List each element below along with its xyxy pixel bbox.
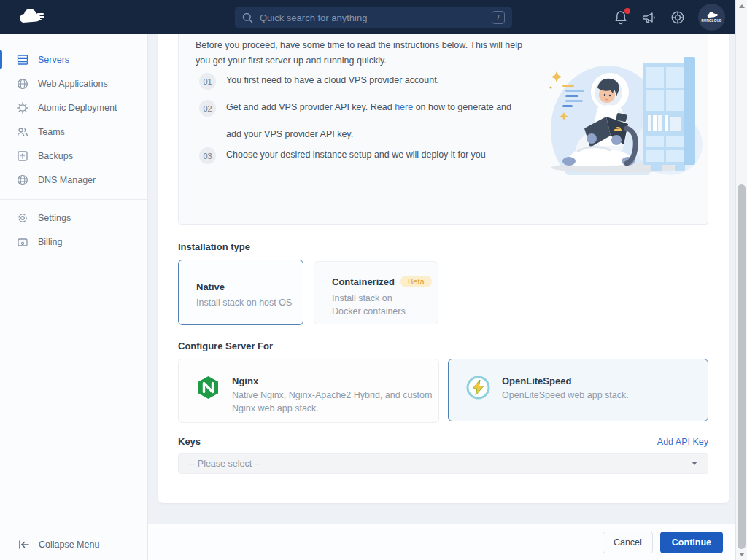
scrollbar bbox=[735, 0, 747, 560]
server-stack-icon bbox=[16, 53, 28, 66]
user-avatar[interactable]: RUNCLOUD bbox=[698, 4, 725, 31]
stack-title: Nginx bbox=[232, 376, 451, 386]
here-link[interactable]: here bbox=[395, 102, 413, 112]
option-title: Containerized bbox=[332, 276, 395, 287]
nginx-icon bbox=[196, 376, 220, 400]
stack-option-nginx[interactable]: Nginx Native Nginx, Nginx-Apache2 Hybrid… bbox=[178, 359, 439, 423]
footer-bar: Cancel Continue bbox=[148, 524, 735, 560]
gear-icon bbox=[16, 211, 28, 224]
backup-box-icon bbox=[16, 149, 28, 162]
stack-option-openlitespeed[interactable]: OpenLiteSpeed OpenLiteSpeed web app stac… bbox=[448, 359, 708, 421]
scroll-up-icon bbox=[739, 4, 745, 8]
stack-description: OpenLiteSpeed web app stack. bbox=[502, 389, 629, 402]
step-number-badge: 03 bbox=[199, 147, 216, 164]
step-text-2: Get and add VPS provider API key. Read h… bbox=[226, 94, 527, 148]
cancel-button[interactable]: Cancel bbox=[603, 532, 653, 553]
api-key-select[interactable]: -- Please select -- bbox=[178, 453, 708, 474]
continue-button[interactable]: Continue bbox=[660, 532, 723, 553]
stack-title: OpenLiteSpeed bbox=[502, 376, 629, 386]
step-2-before: Get and add VPS provider API key. Read bbox=[226, 102, 395, 112]
shortcut-key-badge: / bbox=[492, 11, 505, 24]
installation-type-label: Installation type bbox=[178, 241, 250, 252]
announcements-button[interactable] bbox=[641, 9, 657, 26]
scroll-up-button[interactable] bbox=[736, 0, 747, 12]
sidebar-item-label: Servers bbox=[38, 55, 69, 65]
scroll-down-icon bbox=[739, 553, 745, 556]
option-title: Native bbox=[196, 281, 303, 292]
atom-icon bbox=[16, 101, 28, 114]
sidebar-item-dns-manager[interactable]: DNS Manager bbox=[0, 168, 148, 192]
option-description: Install stack on host OS bbox=[196, 296, 303, 309]
sidebar-item-label: Settings bbox=[38, 213, 71, 223]
sidebar-item-label: Atomic Deployment bbox=[38, 103, 117, 113]
sidebar-item-servers[interactable]: Servers bbox=[0, 47, 148, 71]
step-text-1: You first need to have a cloud VPS provi… bbox=[226, 67, 527, 94]
collapse-arrow-icon bbox=[18, 540, 30, 550]
wallet-icon bbox=[16, 236, 28, 248]
scrollbar-thumb[interactable] bbox=[738, 184, 746, 549]
collapse-menu-button[interactable]: Collapse Menu bbox=[18, 540, 99, 550]
megaphone-icon bbox=[642, 11, 657, 24]
topbar: / RUNCLOUD bbox=[0, 0, 747, 34]
search-input[interactable] bbox=[260, 12, 492, 23]
avatar-label: RUNCLOUD bbox=[701, 19, 721, 23]
sidebar-item-atomic-deployment[interactable]: Atomic Deployment bbox=[0, 96, 148, 120]
lifebuoy-icon bbox=[670, 10, 685, 25]
sidebar-item-backups[interactable]: Backups bbox=[0, 144, 148, 168]
sidebar-item-teams[interactable]: Teams bbox=[0, 120, 148, 144]
sidebar-divider bbox=[0, 199, 148, 200]
step-number-badge: 02 bbox=[199, 100, 216, 117]
option-description: Install stack on Docker containers bbox=[332, 292, 422, 318]
step-text-3: Choose your desired instance setup and w… bbox=[226, 141, 527, 168]
sidebar: Servers Web Applications Atomic Deployme… bbox=[0, 34, 148, 560]
global-search: / bbox=[235, 7, 512, 28]
step-number-badge: 01 bbox=[199, 73, 216, 90]
notification-dot bbox=[624, 8, 630, 14]
sidebar-item-label: Teams bbox=[38, 127, 65, 137]
sidebar-item-label: Billing bbox=[38, 237, 62, 247]
beta-badge: Beta bbox=[400, 276, 432, 287]
instructions-intro: Before you proceed, have some time to re… bbox=[196, 38, 522, 69]
search-icon bbox=[242, 12, 253, 23]
globe-icon bbox=[16, 77, 28, 90]
sidebar-item-settings[interactable]: Settings bbox=[0, 206, 148, 230]
dns-globe-icon bbox=[16, 174, 28, 186]
avatar-cloud-icon bbox=[706, 12, 718, 18]
installation-option-native[interactable]: Native Install stack on host OS bbox=[178, 260, 303, 325]
installation-option-containerized[interactable]: ContainerizedBeta Install stack on Docke… bbox=[314, 261, 438, 324]
configure-server-label: Configure Server For bbox=[178, 341, 273, 351]
help-button[interactable] bbox=[670, 9, 686, 26]
sidebar-item-web-applications[interactable]: Web Applications bbox=[0, 71, 148, 96]
sidebar-item-billing[interactable]: Billing bbox=[0, 230, 148, 254]
sidebar-item-label: DNS Manager bbox=[38, 175, 96, 185]
keys-label: Keys bbox=[178, 436, 201, 447]
openlitespeed-icon bbox=[466, 376, 490, 400]
active-indicator bbox=[0, 50, 2, 69]
astronaut-illustration bbox=[535, 42, 704, 175]
people-icon bbox=[16, 125, 28, 138]
notifications-button[interactable] bbox=[613, 9, 629, 26]
runcloud-logo-icon[interactable] bbox=[18, 8, 47, 27]
collapse-menu-label: Collapse Menu bbox=[39, 540, 99, 550]
stack-description: Native Nginx, Nginx-Apache2 Hybrid, and … bbox=[232, 389, 451, 415]
sidebar-item-label: Web Applications bbox=[38, 79, 108, 89]
scroll-down-button[interactable] bbox=[736, 548, 747, 560]
app-window: / RUNCLOUD Servers bbox=[0, 0, 747, 560]
sidebar-item-label: Backups bbox=[38, 151, 73, 161]
select-value: -- Please select -- bbox=[189, 459, 260, 469]
chevron-down-icon bbox=[692, 462, 697, 465]
add-api-key-link[interactable]: Add API Key bbox=[657, 437, 708, 447]
